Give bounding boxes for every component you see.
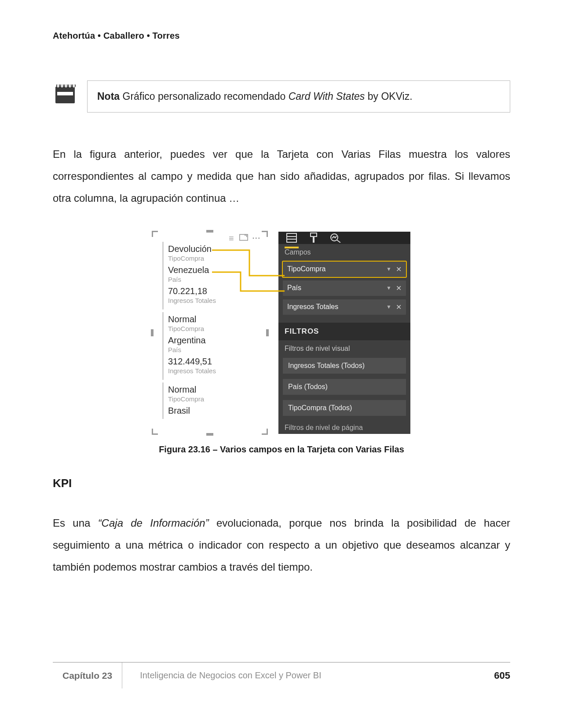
selection-handle[interactable] xyxy=(206,230,213,233)
filters-header: FILTROS xyxy=(278,323,410,340)
note-block: Nota Gráfico personalizado recomendado C… xyxy=(53,80,510,113)
card-value: Normal xyxy=(168,384,259,395)
svg-rect-10 xyxy=(69,83,71,87)
note-visual-name: Card With States xyxy=(289,91,365,102)
format-tab-icon[interactable] xyxy=(307,232,320,244)
card-value: Venezuela xyxy=(168,265,259,276)
paragraph-2-pre: Es una xyxy=(53,517,98,529)
selection-handle[interactable] xyxy=(266,329,269,336)
fields-tab-icon[interactable] xyxy=(285,232,298,244)
multirow-card-visual[interactable]: ≡ ··· Devolución TipoCompra Venezuela Pa… xyxy=(153,232,267,434)
visualizations-panel: Campos TipoCompra ▼ ✕ País ▼ ✕ Ingresos … xyxy=(278,232,410,434)
card-label: País xyxy=(168,346,259,353)
analytics-tab-icon[interactable] xyxy=(329,232,342,244)
field-name: Ingresos Totales xyxy=(287,303,338,311)
card-label: TipoCompra xyxy=(168,255,259,262)
svg-rect-7 xyxy=(57,83,59,87)
svg-line-19 xyxy=(337,240,340,243)
filter-item[interactable]: TipoCompra (Todos) xyxy=(283,400,406,416)
field-name: TipoCompra xyxy=(287,265,325,273)
chevron-down-icon[interactable]: ▼ xyxy=(386,304,391,310)
note-box: Nota Gráfico personalizado recomendado C… xyxy=(87,80,510,113)
visual-toolbar: ≡ ··· xyxy=(229,233,261,244)
svg-rect-9 xyxy=(65,83,67,87)
figure-caption: Figura 23.16 – Varios campos en la Tarje… xyxy=(159,444,404,455)
more-options-icon[interactable]: ··· xyxy=(252,234,261,242)
note-text-suffix: by OKViz. xyxy=(365,91,412,102)
card-value: 312.449,51 xyxy=(168,356,259,367)
card-value: 70.221,18 xyxy=(168,286,259,297)
chevron-down-icon[interactable]: ▼ xyxy=(386,285,391,291)
field-well-item[interactable]: TipoCompra ▼ ✕ xyxy=(283,262,406,277)
card-value: Devolución xyxy=(168,244,259,255)
paragraph-2-quote: “Caja de Información” xyxy=(98,517,209,529)
panel-tab-bar xyxy=(278,232,410,244)
card-label: Ingresos Totales xyxy=(168,297,259,304)
remove-field-icon[interactable]: ✕ xyxy=(396,265,402,273)
svg-rect-17 xyxy=(313,237,314,243)
svg-rect-13 xyxy=(287,233,296,242)
field-well-item[interactable]: Ingresos Totales ▼ ✕ xyxy=(283,299,406,315)
chevron-down-icon[interactable]: ▼ xyxy=(386,266,391,272)
svg-rect-8 xyxy=(61,83,63,87)
page-header-authors: Atehortúa • Caballero • Torres xyxy=(53,31,510,41)
filter-item[interactable]: País (Todos) xyxy=(283,379,406,395)
drag-handle-icon[interactable]: ≡ xyxy=(229,233,233,244)
card-value: Argentina xyxy=(168,335,259,346)
selection-handle[interactable] xyxy=(152,231,158,237)
card-value: Normal xyxy=(168,314,259,325)
notepad-icon xyxy=(53,80,77,105)
selection-handle[interactable] xyxy=(151,329,154,336)
page-level-filters-label: Filtros de nivel de página xyxy=(278,419,410,434)
selection-handle[interactable] xyxy=(152,429,158,435)
filter-item[interactable]: Ingresos Totales (Todos) xyxy=(283,358,406,374)
card-group-3: Normal TipoCompra Brasil xyxy=(162,382,259,419)
card-group-1: Devolución TipoCompra Venezuela País 70.… xyxy=(162,242,259,309)
card-label: TipoCompra xyxy=(168,395,259,403)
paragraph-2: Es una “Caja de Información” evolucionad… xyxy=(53,512,510,579)
focus-mode-icon[interactable] xyxy=(239,234,248,243)
field-name: País xyxy=(287,284,301,292)
note-label: Nota xyxy=(97,91,120,102)
svg-rect-11 xyxy=(73,83,75,87)
remove-field-icon[interactable]: ✕ xyxy=(396,284,402,292)
footer-chapter: Capítulo 23 xyxy=(53,662,122,688)
remove-field-icon[interactable]: ✕ xyxy=(396,303,402,311)
selection-handle[interactable] xyxy=(262,429,268,435)
svg-rect-16 xyxy=(311,233,317,237)
svg-rect-1 xyxy=(57,92,73,95)
section-heading-kpi: KPI xyxy=(53,477,510,490)
selection-handle[interactable] xyxy=(262,231,268,237)
card-label: País xyxy=(168,276,259,283)
figure-23-16: ≡ ··· Devolución TipoCompra Venezuela Pa… xyxy=(53,232,510,455)
paragraph-1: En la figura anterior, puedes ver que la… xyxy=(53,143,510,210)
note-text-prefix: Gráfico personalizado recomendado xyxy=(120,91,289,102)
selection-handle[interactable] xyxy=(206,433,213,436)
page-footer: Capítulo 23 Inteligencia de Negocios con… xyxy=(53,662,510,688)
card-group-2: Normal TipoCompra Argentina País 312.449… xyxy=(162,312,259,380)
visual-level-filters-label: Filtros de nivel visual xyxy=(278,340,410,355)
field-well-item[interactable]: País ▼ ✕ xyxy=(283,280,406,296)
card-label: TipoCompra xyxy=(168,325,259,332)
card-value: Brasil xyxy=(168,405,259,416)
footer-title: Inteligencia de Negocios con Excel y Pow… xyxy=(122,670,494,681)
footer-page-number: 605 xyxy=(494,670,510,681)
card-label: Ingresos Totales xyxy=(168,367,259,375)
